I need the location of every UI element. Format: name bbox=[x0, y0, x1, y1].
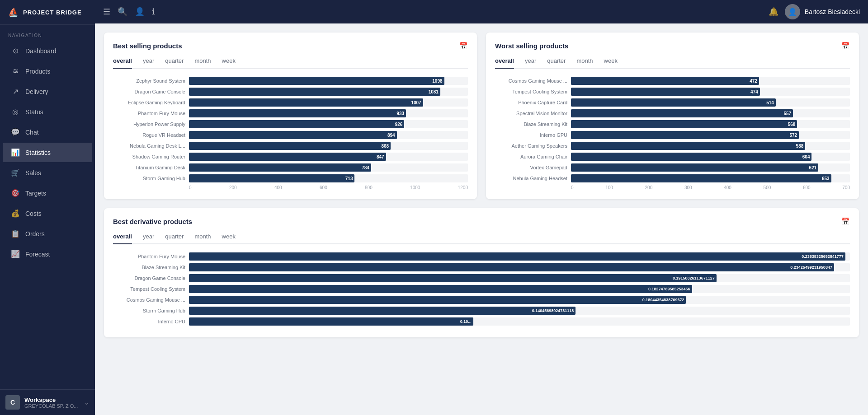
bar-label: Inferno CPU bbox=[113, 319, 185, 324]
bar-track: 0.23425499231950847 bbox=[189, 263, 850, 271]
sidebar-item-costs[interactable]: 💰 Costs bbox=[3, 204, 92, 223]
bar-label: Cosmos Gaming Mouse ... bbox=[495, 78, 567, 84]
bar-track: 926 bbox=[189, 120, 468, 128]
sidebar-label-forecast: Forecast bbox=[25, 251, 50, 258]
bar-label: Eclipse Gaming Keyboard bbox=[113, 100, 185, 105]
bar-label: Zephyr Sound System bbox=[113, 78, 185, 84]
bar-value: 1098 bbox=[432, 79, 442, 84]
tab-worst-year[interactable]: year bbox=[525, 57, 536, 69]
bell-icon[interactable]: 🔔 bbox=[769, 7, 778, 17]
topbar-user: 👤 Bartosz Biesiadecki bbox=[785, 4, 860, 19]
bar-value: 894 bbox=[387, 133, 395, 138]
bar-track: 0.10... bbox=[189, 317, 850, 326]
tab-worst-week[interactable]: week bbox=[604, 57, 618, 69]
bar-value: 713 bbox=[345, 176, 353, 181]
sales-icon: 🛒 bbox=[11, 168, 20, 177]
sidebar-item-forecast[interactable]: 📈 Forecast bbox=[3, 244, 92, 264]
sidebar-label-sales: Sales bbox=[25, 169, 41, 177]
bar-fill: 568 bbox=[571, 120, 797, 128]
tab-worst-quarter[interactable]: quarter bbox=[547, 57, 566, 69]
tab-best-week[interactable]: week bbox=[222, 57, 236, 69]
best-selling-tabs: overall year quarter month week bbox=[113, 57, 468, 69]
best-derivative-calendar-icon[interactable]: 📅 bbox=[841, 217, 850, 226]
delivery-icon: ↗ bbox=[11, 87, 20, 96]
sidebar-item-delivery[interactable]: ↗ Delivery bbox=[3, 82, 92, 101]
worst-selling-tabs: overall year quarter month week bbox=[495, 57, 850, 69]
bar-fill: 1098 bbox=[189, 77, 444, 85]
tab-deriv-week[interactable]: week bbox=[222, 233, 236, 244]
bar-track: 474 bbox=[571, 88, 850, 96]
bar-row: Titanium Gaming Desk784 bbox=[113, 163, 468, 172]
bar-label: Cosmos Gaming Mouse ... bbox=[113, 297, 185, 303]
bar-track: 0.23838325652841777 bbox=[189, 252, 850, 261]
menu-toggle-icon[interactable]: ☰ bbox=[103, 7, 110, 17]
sidebar-label-costs: Costs bbox=[25, 210, 42, 217]
costs-icon: 💰 bbox=[11, 209, 20, 218]
tab-deriv-quarter[interactable]: quarter bbox=[165, 233, 184, 244]
bar-label: Rogue VR Headset bbox=[113, 132, 185, 138]
tab-best-overall[interactable]: overall bbox=[113, 57, 132, 69]
bar-fill: 713 bbox=[189, 174, 354, 182]
bar-value: 604 bbox=[802, 154, 810, 159]
bar-value: 621 bbox=[809, 165, 817, 170]
tab-best-quarter[interactable]: quarter bbox=[165, 57, 184, 69]
workspace-switcher[interactable]: C Workspace GREYCOLAB SP. Z O... ⌄ bbox=[0, 389, 95, 415]
nav-label: NAVIGATION bbox=[0, 25, 95, 41]
worst-selling-calendar-icon[interactable]: 📅 bbox=[841, 42, 850, 50]
user-avatar: 👤 bbox=[785, 4, 800, 19]
bar-fill: 653 bbox=[571, 174, 831, 182]
tab-deriv-overall[interactable]: overall bbox=[113, 233, 132, 244]
bar-label: Blaze Streaming Kit bbox=[495, 121, 567, 127]
tab-worst-month[interactable]: month bbox=[576, 57, 593, 69]
tab-deriv-month[interactable]: month bbox=[194, 233, 211, 244]
tab-best-month[interactable]: month bbox=[194, 57, 211, 69]
bar-label: Storm Gaming Hub bbox=[113, 308, 185, 313]
bar-row: Aether Gaming Speakers588 bbox=[495, 142, 850, 150]
bar-track: 514 bbox=[571, 98, 850, 107]
sidebar-label-delivery: Delivery bbox=[25, 88, 48, 95]
bar-row: Zephyr Sound System1098 bbox=[113, 77, 468, 85]
bar-value: 568 bbox=[788, 122, 796, 127]
bar-track: 0.18274769585253456 bbox=[189, 285, 850, 293]
bar-value: 572 bbox=[789, 133, 797, 138]
bar-label: Titanium Gaming Desk bbox=[113, 165, 185, 170]
topbar: ☰ 🔍 👤 ℹ 🔔 👤 Bartosz Biesiadecki bbox=[95, 0, 868, 23]
sidebar-item-sales[interactable]: 🛒 Sales bbox=[3, 163, 92, 182]
bar-track: 653 bbox=[571, 174, 850, 182]
tab-best-year[interactable]: year bbox=[143, 57, 154, 69]
topbar-right: 🔔 👤 Bartosz Biesiadecki bbox=[769, 4, 860, 19]
tab-worst-overall[interactable]: overall bbox=[495, 57, 514, 69]
sidebar-item-targets[interactable]: 🎯 Targets bbox=[3, 183, 92, 203]
tab-deriv-year[interactable]: year bbox=[143, 233, 154, 244]
bar-track: 604 bbox=[571, 153, 850, 161]
bar-value: 784 bbox=[362, 165, 369, 170]
sidebar-label-orders: Orders bbox=[25, 230, 45, 238]
sidebar-item-orders[interactable]: 📋 Orders bbox=[3, 224, 92, 243]
bar-fill: 1007 bbox=[189, 98, 423, 107]
sidebar-item-dashboard[interactable]: ⊙ Dashboard bbox=[3, 41, 92, 61]
workspace-name: Workspace bbox=[24, 396, 80, 403]
bar-track: 472 bbox=[571, 77, 850, 85]
bar-fill: 472 bbox=[571, 77, 759, 85]
workspace-sub: GREYCOLAB SP. Z O... bbox=[24, 403, 80, 409]
best-selling-calendar-icon[interactable]: 📅 bbox=[459, 42, 468, 50]
bar-row: Rogue VR Headset894 bbox=[113, 131, 468, 139]
sidebar-item-statistics[interactable]: 📊 Statistics bbox=[3, 143, 92, 162]
bar-value: 653 bbox=[822, 176, 830, 181]
best-selling-card: Best selling products 📅 overall year qua… bbox=[104, 33, 477, 199]
best-derivative-tabs: overall year quarter month week bbox=[113, 233, 850, 244]
sidebar-item-status[interactable]: ◎ Status bbox=[3, 102, 92, 121]
info-icon[interactable]: ℹ bbox=[152, 7, 155, 17]
search-icon[interactable]: 🔍 bbox=[118, 7, 127, 17]
bar-fill: 784 bbox=[189, 163, 371, 172]
bar-value: 472 bbox=[750, 79, 757, 84]
user-icon[interactable]: 👤 bbox=[135, 7, 145, 17]
orders-icon: 📋 bbox=[11, 229, 20, 238]
sidebar-item-chat[interactable]: 💬 Chat bbox=[3, 122, 92, 142]
bar-fill: 572 bbox=[571, 131, 799, 139]
bar-value: 0.18274769585253456 bbox=[648, 287, 690, 291]
bar-value: 926 bbox=[395, 122, 403, 127]
bar-row: Shadow Gaming Router847 bbox=[113, 153, 468, 161]
chevron-icon: ⌄ bbox=[84, 399, 90, 406]
sidebar-item-products[interactable]: ≋ Products bbox=[3, 61, 92, 81]
